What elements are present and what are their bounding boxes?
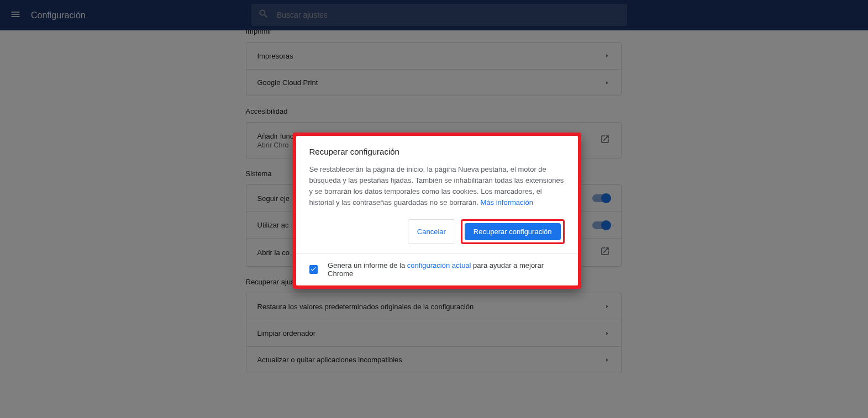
tutorial-highlight-box: Recuperar configuración Se restablecerán… [293,133,581,289]
footer-pre: Genera un informe de la [328,261,407,269]
dialog-footer: Genera un informe de la configuración ac… [296,253,578,285]
dialog-actions: Cancelar Recuperar configuración [309,219,565,244]
more-info-link[interactable]: Más información [481,198,533,207]
modal-overlay: Recuperar configuración Se restablecerán… [0,0,868,418]
dialog-description: Se restablecerán la página de inicio, la… [309,164,565,209]
cancel-button[interactable]: Cancelar [408,219,455,244]
footer-text: Genera un informe de la configuración ac… [328,261,564,278]
current-settings-link[interactable]: configuración actual [407,261,471,269]
dialog-title: Recuperar configuración [309,147,565,156]
dialog-body: Recuperar configuración Se restablecerán… [296,136,578,253]
tutorial-highlight-confirm: Recuperar configuración [461,219,565,244]
report-checkbox[interactable] [309,265,318,274]
reset-dialog: Recuperar configuración Se restablecerán… [296,136,578,286]
confirm-reset-button[interactable]: Recuperar configuración [465,223,561,240]
check-icon [310,266,317,274]
